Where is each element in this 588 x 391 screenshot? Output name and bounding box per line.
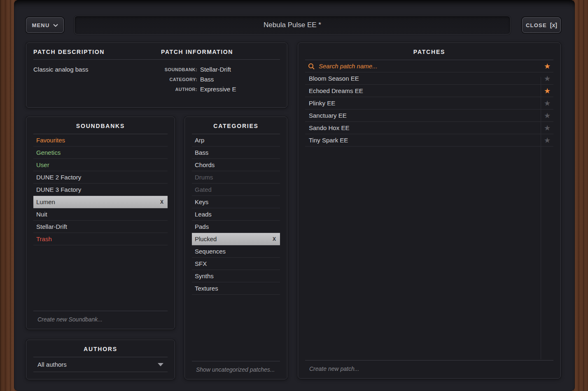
soundbank-item-label: Lumen	[36, 198, 55, 205]
patch-description-title: PATCH DESCRIPTION	[33, 49, 161, 55]
category-item-label: Drums	[195, 174, 213, 181]
soundbank-item-dune-3-factory[interactable]: DUNE 3 Factory	[33, 184, 168, 196]
soundbanks-panel: SOUNDBANKS FavouritesGeneticsUserDUNE 2 …	[26, 116, 175, 329]
star-column-divider	[541, 77, 541, 359]
patches-title: PATCHES	[298, 43, 560, 60]
favourites-filter-star-icon[interactable]: ★	[541, 63, 553, 70]
category-item-sequences[interactable]: Sequences	[192, 245, 280, 258]
category-item-label: Arp	[195, 137, 204, 144]
category-item-label: Textures	[195, 285, 218, 292]
field-label: SOUNDBANK:	[161, 66, 197, 73]
create-soundbank-button[interactable]: Create new Soundbank...	[26, 311, 175, 329]
create-patch-button[interactable]: Create new patch...	[298, 361, 560, 378]
patch-item-label: Tiny Spark EE	[308, 137, 541, 144]
authors-dropdown[interactable]: All authors	[26, 357, 175, 372]
categories-title: CATEGORIES	[185, 117, 287, 134]
patch-item-echoed-dreams-ee[interactable]: Echoed Dreams EE★	[305, 85, 553, 97]
soundbank-item-label: Stellar-Drift	[36, 223, 67, 230]
soundbank-item-favourites[interactable]: Favourites	[33, 134, 168, 147]
star-icon[interactable]: ★	[541, 137, 553, 144]
patch-item-bloom-season-ee[interactable]: Bloom Season EE★	[305, 72, 553, 85]
field-category: CATEGORY: Bass	[161, 76, 236, 83]
category-item-pads[interactable]: Pads	[192, 221, 280, 233]
authors-title: AUTHORS	[26, 340, 175, 357]
soundbank-item-label: Trash	[36, 235, 52, 242]
category-item-drums[interactable]: Drums	[192, 171, 280, 184]
field-author: AUTHOR: Expressive E	[161, 86, 236, 93]
soundbank-item-user[interactable]: User	[33, 159, 168, 171]
category-item-label: Bass	[195, 149, 208, 156]
close-button[interactable]: CLOSE [x]	[522, 17, 561, 33]
soundbank-item-label: User	[36, 161, 49, 168]
soundbank-item-label: Genetics	[36, 149, 61, 156]
category-item-bass[interactable]: Bass	[192, 147, 280, 159]
show-uncategorized-button[interactable]: Show uncategorized patches...	[185, 361, 287, 379]
soundbank-item-label: DUNE 2 Factory	[36, 174, 81, 181]
browser-background: MENU Nebula Pulse EE * CLOSE [x] PATCH D…	[14, 0, 575, 391]
star-icon[interactable]: ★	[541, 100, 553, 107]
menu-button[interactable]: MENU	[26, 17, 64, 33]
patch-name-field[interactable]: Nebula Pulse EE *	[74, 16, 511, 35]
patches-list: Bloom Season EE★Echoed Dreams EE★Plinky …	[305, 72, 553, 147]
patch-item-label: Plinky EE	[308, 100, 541, 107]
patch-item-plinky-ee[interactable]: Plinky EE★	[305, 97, 553, 109]
category-item-leads[interactable]: Leads	[192, 208, 280, 221]
category-item-textures[interactable]: Textures	[192, 282, 280, 295]
category-item-label: Pads	[195, 223, 209, 230]
field-value: Bass	[197, 76, 214, 83]
plugin-window: MENU Nebula Pulse EE * CLOSE [x] PATCH D…	[0, 0, 588, 391]
category-item-plucked[interactable]: PluckedX	[192, 233, 280, 245]
category-item-arp[interactable]: Arp	[192, 134, 280, 147]
category-item-label: Plucked	[195, 235, 217, 242]
patch-item-label: Sando Hox EE	[308, 124, 541, 131]
category-item-synths[interactable]: Synths	[192, 270, 280, 282]
field-soundbank: SOUNDBANK: Stellar-Drift	[161, 66, 236, 73]
soundbank-item-trash[interactable]: Trash	[33, 233, 168, 245]
category-item-label: SFX	[195, 260, 207, 267]
soundbank-item-label: DUNE 3 Factory	[36, 186, 81, 193]
category-item-label: Keys	[195, 198, 208, 205]
category-item-keys[interactable]: Keys	[192, 196, 280, 208]
star-icon[interactable]: ★	[541, 124, 553, 132]
close-button-label: CLOSE	[526, 22, 547, 28]
categories-list: ArpBassChordsDrumsGatedKeysLeadsPadsPluc…	[192, 134, 280, 295]
star-icon[interactable]: ★	[541, 75, 553, 82]
soundbank-item-dune-2-factory[interactable]: DUNE 2 Factory	[33, 171, 168, 184]
category-item-label: Synths	[195, 272, 214, 279]
soundbank-item-genetics[interactable]: Genetics	[33, 147, 168, 159]
field-value: Expressive E	[197, 86, 236, 93]
patch-item-sanctuary-ee[interactable]: Sanctuary EE★	[305, 109, 553, 122]
patch-name-text: Nebula Pulse EE *	[264, 21, 321, 29]
patch-search-row: ★	[305, 60, 553, 72]
patch-search-input[interactable]	[318, 62, 541, 70]
patch-item-label: Sanctuary EE	[308, 112, 541, 119]
categories-panel: CATEGORIES ArpBassChordsDrumsGatedKeysLe…	[184, 116, 287, 379]
category-item-label: Leads	[195, 211, 212, 218]
soundbank-item-label: Nuit	[36, 211, 47, 218]
patch-item-label: Bloom Season EE	[308, 75, 541, 82]
category-item-chords[interactable]: Chords	[192, 159, 280, 171]
authors-panel: AUTHORS All authors	[26, 340, 175, 379]
star-icon[interactable]: ★	[541, 112, 553, 119]
category-item-sfx[interactable]: SFX	[192, 258, 280, 270]
patch-info-panel: PATCH DESCRIPTION PATCH INFORMATION Clas…	[26, 42, 287, 108]
category-item-gated[interactable]: Gated	[192, 184, 280, 196]
patch-item-sando-hox-ee[interactable]: Sando Hox EE★	[305, 122, 553, 134]
deselect-icon[interactable]: X	[273, 236, 277, 242]
star-icon[interactable]: ★	[541, 87, 553, 95]
soundbank-item-lumen[interactable]: LumenX	[33, 196, 168, 208]
deselect-icon[interactable]: X	[160, 199, 165, 205]
category-item-label: Sequences	[195, 248, 226, 255]
soundbank-item-nuit[interactable]: Nuit	[33, 208, 168, 221]
soundbank-item-label: Favourites	[36, 137, 65, 144]
close-icon: [x]	[550, 22, 557, 28]
chevron-down-icon	[53, 24, 58, 27]
patch-description-text: Classic analog bass	[33, 66, 161, 95]
divider	[33, 372, 168, 372]
category-item-label: Gated	[195, 186, 212, 193]
category-item-label: Chords	[195, 161, 215, 168]
soundbank-item-stellar-drift[interactable]: Stellar-Drift	[33, 221, 168, 233]
dropdown-arrow-icon	[158, 363, 163, 366]
patch-item-tiny-spark-ee[interactable]: Tiny Spark EE★	[305, 134, 553, 147]
patch-information-title: PATCH INFORMATION	[161, 49, 233, 55]
